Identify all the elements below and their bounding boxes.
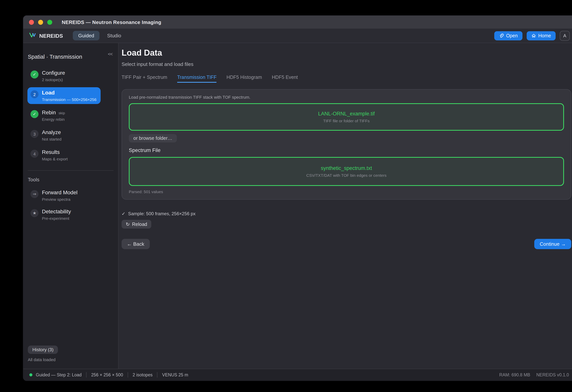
check-icon: ✓ [122,211,125,216]
sidebar-step-analyze[interactable]: 3 Analyze Not started [27,127,101,144]
step-list: ✓ Configure 2 isotope(s) 2 Load Transmis… [23,67,118,163]
home-button[interactable]: Home [526,31,556,40]
tool-title: Forward Model [42,189,78,195]
step-number: 3 [31,130,38,138]
status-isotopes: 2 isotopes [133,373,153,377]
tab-hdf5-event[interactable]: HDF5 Event [272,75,298,83]
status-step: Guided — Step 2: Load [36,373,81,377]
tiff-dropzone-hint: TIFF file or folder of TIFFs [323,118,370,123]
tool-list: ⇒ Forward Model Preview spectra ★ Detect… [23,188,118,222]
tab-guided[interactable]: Guided [73,31,99,40]
tool-subtitle: Pre-experiment [42,216,71,220]
spectrum-file-label: Spectrum File [129,147,564,153]
window-title: NEREIDS — Neutron Resonance Imaging [62,19,161,25]
star-icon: ★ [31,209,38,217]
spectrum-dropzone[interactable]: synthetic_spectrum.txt CSV/TXT/DAT with … [129,157,564,186]
history-button[interactable]: History (3) [28,345,58,354]
sidebar-divider [28,170,113,171]
sidebar-tool-detectability[interactable]: ★ Detectability Pre-experiment [27,207,101,222]
collapse-sidebar-button[interactable]: << [108,51,112,57]
page-title: Load Data [122,48,571,58]
avatar[interactable]: A [560,31,570,41]
open-button[interactable]: Open [494,31,522,40]
format-tabs: TIFF Pair + Spectrum Transmission TIFF H… [122,75,571,83]
screen: NEREIDS — Neutron Resonance Imaging NERE… [0,0,572,392]
tool-subtitle: Preview spectra [42,197,78,202]
parsed-values-status: Parsed: 501 values [129,189,564,194]
reload-icon: ↻ [126,221,130,227]
sample-status: ✓ Sample: 500 frames, 256×256 px [122,211,571,216]
home-button-label: Home [538,33,551,38]
browse-folder-button[interactable]: or browse folder… [129,134,177,142]
check-icon: ✓ [31,70,38,78]
status-right: RAM: 690.8 MB NEREIDS v0.1.0 [499,373,569,377]
reload-button-label: Reload [132,221,147,227]
step-title: Configure [42,70,65,76]
tools-heading: Tools [28,177,118,183]
main-content: Load Data Select input format and load f… [119,43,572,369]
ram-usage: RAM: 690.8 MB [499,373,530,377]
check-icon: ✓ [31,110,38,118]
load-panel: Load pre-normalized transmission TIFF st… [122,89,571,200]
open-button-label: Open [506,33,518,38]
sidebar-tool-forward-model[interactable]: ⇒ Forward Model Preview spectra [27,188,101,203]
tiff-filename: LANL-ORNL_example.tif [318,111,375,117]
step-subtitle: Not started [42,137,62,141]
zoom-window-button[interactable] [47,20,52,25]
page-subtitle: Select input format and load files [122,61,571,67]
status-divider [128,372,128,377]
tiff-dropzone[interactable]: LANL-ORNL_example.tif TIFF file or folde… [129,103,564,131]
step-title: Rebin [42,109,56,115]
close-window-button[interactable] [29,20,34,25]
continue-button[interactable]: Continue → [534,239,571,249]
reload-button[interactable]: ↻ Reload [122,220,151,229]
sidebar-step-load[interactable]: 2 Load Transmission — 500×256×256 [27,87,101,104]
header-actions: Open Home A [494,31,570,41]
step-subtitle: Maps & export [42,157,68,161]
home-icon [531,33,536,38]
brand-name: NEREIDS [39,32,63,39]
step-subtitle: Energy rebin [42,117,65,122]
sidebar-step-rebin[interactable]: ✓ Rebin skip Energy rebin [27,107,101,124]
tab-tiff-pair-spectrum[interactable]: TIFF Pair + Spectrum [122,75,167,83]
sidebar-step-configure[interactable]: ✓ Configure 2 isotope(s) [27,67,101,84]
sample-status-text: Sample: 500 frames, 256×256 px [128,211,195,216]
step-skip-tag: skip [59,111,65,115]
tab-transmission-tiff[interactable]: Transmission TIFF [177,75,217,83]
nereids-logo-icon [29,31,36,40]
step-title: Load [42,90,96,96]
app-window: NEREIDS — Neutron Resonance Imaging NERE… [23,15,572,381]
minimize-window-button[interactable] [38,20,43,25]
panel-description: Load pre-normalized transmission TIFF st… [129,95,564,99]
status-green-dot [29,373,32,376]
step-number: 2 [31,90,38,98]
tab-studio[interactable]: Studio [107,33,121,38]
status-divider [86,372,86,377]
step-title: Results [42,149,68,155]
sidebar-step-results[interactable]: 4 Results Maps & export [27,147,101,163]
open-icon [499,33,504,38]
spectrum-dropzone-hint: CSV/TXT/DAT with TOF bin edges or center… [306,173,387,177]
spectrum-filename: synthetic_spectrum.txt [321,165,372,171]
forward-model-icon: ⇒ [31,190,38,198]
app-version: NEREIDS v0.1.0 [536,373,569,377]
wizard-actions: ← Back Continue → [122,239,571,249]
status-instrument: VENUS 25 m [162,373,188,377]
step-title: Analyze [42,129,62,135]
status-dimensions: 256 × 256 × 500 [91,373,123,377]
status-divider [157,372,158,377]
back-button[interactable]: ← Back [122,239,150,249]
status-bar: Guided — Step 2: Load 256 × 256 × 500 2 … [23,369,572,381]
brand: NEREIDS [29,31,63,40]
tool-title: Detectability [42,208,71,215]
mode-nav: Guided Studio [73,31,121,40]
traffic-lights [29,20,52,25]
step-number: 4 [31,150,38,158]
sidebar-footer: History (3) All data loaded [23,345,118,362]
app-header: NEREIDS Guided Studio Open [23,29,572,43]
step-subtitle: Transmission — 500×256×256 [42,97,96,102]
history-status: All data loaded [28,357,118,362]
workflow-title: Spatial · Transmission [23,48,118,60]
step-subtitle: 2 isotope(s) [42,77,65,82]
tab-hdf5-histogram[interactable]: HDF5 Histogram [226,75,262,83]
